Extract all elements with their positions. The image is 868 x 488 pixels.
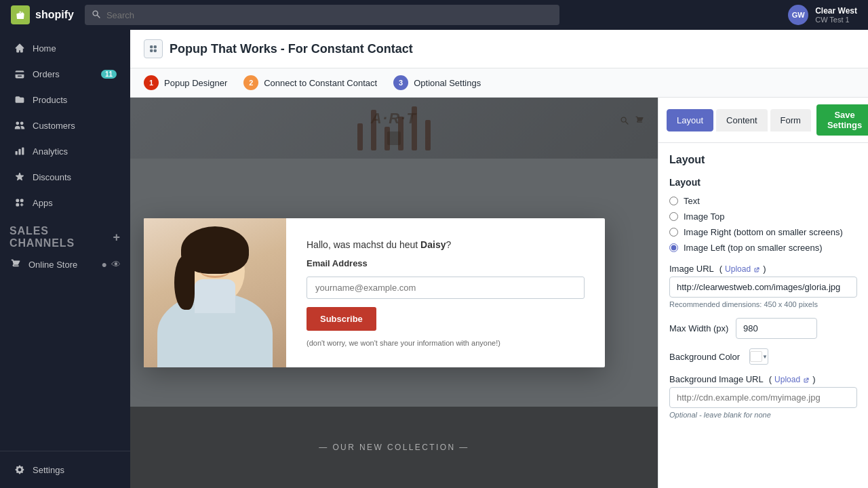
sidebar-label-home: Home	[33, 43, 56, 54]
shopify-logo[interactable]: shopify	[11, 5, 74, 24]
step-number-1: 1	[144, 75, 159, 90]
max-width-label: Max Width (px)	[669, 323, 730, 333]
step-tab-2[interactable]: 2 Connect to Constant Contact	[243, 75, 377, 90]
settings-body: Layout Layout Text Image Top	[658, 143, 868, 488]
sidebar-item-orders[interactable]: Orders 11	[4, 62, 126, 86]
page-header-icon	[144, 39, 163, 58]
background-color-swatch[interactable]: ▼	[749, 348, 768, 365]
layout-radio-image-left[interactable]	[669, 243, 678, 252]
step-number-3: 3	[393, 75, 408, 90]
app-layout: Home Orders 11 Products Customers Anal	[0, 30, 868, 488]
image-url-input[interactable]	[669, 277, 857, 298]
tab-content[interactable]: Content	[716, 109, 768, 131]
popup-subscribe-button[interactable]: Subscribe	[307, 307, 376, 331]
work-area: A·R·T	[130, 98, 868, 488]
page-title: Popup That Works - For Constant Contact	[170, 42, 413, 56]
user-store: CW Test 1	[815, 16, 857, 24]
add-channel-icon[interactable]: +	[113, 231, 121, 243]
background-image-upload-link[interactable]: Upload	[774, 375, 800, 384]
layout-option-image-right[interactable]: Image Right (bottom on smaller screens)	[669, 227, 857, 237]
max-width-row: Max Width (px)	[669, 318, 857, 339]
layout-option-text[interactable]: Text	[669, 196, 857, 206]
background-image-url-field-group: Background Image URL ( Upload ) Optional…	[669, 374, 857, 419]
products-icon	[14, 94, 26, 106]
background-image-url-input[interactable]	[669, 387, 857, 408]
orders-badge: 11	[101, 70, 117, 79]
sidebar-item-apps[interactable]: Apps	[4, 190, 126, 215]
settings-section-title: Layout	[669, 154, 857, 166]
tab-form[interactable]: Form	[770, 109, 811, 131]
sidebar-item-analytics[interactable]: Analytics	[4, 139, 126, 163]
sidebar-item-settings[interactable]: Settings	[4, 458, 126, 482]
step-label-3: Optional Settings	[414, 78, 481, 88]
popup-disclaimer: (don't worry, we won't share your inform…	[307, 339, 585, 347]
image-url-hint: Recommended dimensions: 450 x 400 pixels	[669, 300, 857, 308]
tab-layout[interactable]: Layout	[667, 109, 713, 131]
sidebar-item-customers[interactable]: Customers	[4, 113, 126, 138]
layout-radio-image-right[interactable]	[669, 228, 678, 237]
apps-icon	[14, 197, 26, 209]
sidebar: Home Orders 11 Products Customers Anal	[0, 30, 130, 488]
search-bar[interactable]	[85, 5, 559, 25]
search-input[interactable]	[106, 10, 553, 20]
main-content: Popup That Works - For Constant Contact …	[130, 30, 868, 488]
step-label-1: Popup Designer	[164, 78, 227, 88]
page-header: Popup That Works - For Constant Contact	[130, 30, 868, 68]
background-color-row: Background Color ▼	[669, 348, 857, 365]
popup-image	[144, 218, 286, 367]
popup-box: Hallo, was machst du heut Daisy? Email A…	[144, 218, 605, 367]
shopify-logo-text: shopify	[35, 9, 74, 21]
layout-option-image-top[interactable]: Image Top	[669, 211, 857, 222]
user-name: Clear West	[815, 6, 857, 16]
sidebar-item-online-store[interactable]: Online Store ● 👁	[0, 252, 130, 277]
save-settings-button[interactable]: Save Settings	[816, 104, 868, 136]
sidebar-label-apps: Apps	[33, 198, 53, 208]
settings-subsection-title: Layout	[669, 177, 857, 188]
popup-email-input[interactable]	[307, 277, 585, 299]
sidebar-label-discounts: Discounts	[33, 172, 71, 182]
max-width-input[interactable]	[736, 318, 817, 339]
image-url-field-group: Image URL ( Upload ) Recommended dimensi…	[669, 264, 857, 308]
color-dropdown-arrow: ▼	[762, 354, 768, 360]
layout-label-image-left: Image Left (top on smaller screens)	[684, 243, 822, 253]
online-store-eye-icon[interactable]: 👁	[111, 259, 121, 270]
step-number-2: 2	[243, 75, 258, 90]
step-tab-1[interactable]: 1 Popup Designer	[144, 75, 227, 90]
settings-icon	[14, 464, 26, 476]
layout-label-text: Text	[684, 196, 700, 206]
image-upload-link[interactable]: Upload	[725, 264, 751, 274]
sidebar-label-customers: Customers	[33, 121, 75, 131]
layout-radio-image-top[interactable]	[669, 212, 678, 221]
popup-content: Hallo, was machst du heut Daisy? Email A…	[286, 218, 605, 367]
layout-radio-group: Text Image Top Image Right (bottom on sm…	[669, 196, 857, 253]
sidebar-label-products: Products	[33, 95, 67, 105]
preview-frame: A·R·T	[130, 98, 658, 488]
online-store-dot-icon[interactable]: ●	[102, 259, 107, 270]
layout-label-image-right: Image Right (bottom on smaller screens)	[684, 227, 843, 237]
online-store-icon	[9, 258, 22, 270]
layout-label-image-top: Image Top	[684, 211, 724, 222]
layout-radio-text[interactable]	[669, 197, 678, 205]
panel-tab-row: Layout Content Form Save Settings	[658, 98, 868, 143]
sidebar-item-discounts[interactable]: Discounts	[4, 165, 126, 189]
app-body: 1 Popup Designer 2 Connect to Constant C…	[130, 68, 868, 488]
home-icon	[14, 42, 26, 54]
avatar: GW	[788, 5, 808, 25]
background-color-label: Background Color	[669, 352, 744, 362]
sidebar-label-analytics: Analytics	[33, 146, 68, 157]
collection-text: — OUR NEW COLLECTION —	[319, 443, 469, 452]
preview-bottom: — OUR NEW COLLECTION —	[130, 407, 658, 488]
sidebar-item-products[interactable]: Products	[4, 87, 126, 112]
discounts-icon	[14, 171, 26, 183]
analytics-icon	[14, 145, 26, 157]
search-icon	[92, 9, 101, 21]
sidebar-item-home[interactable]: Home	[4, 36, 126, 60]
background-image-url-label: Background Image URL ( Upload )	[669, 374, 857, 384]
layout-option-image-left[interactable]: Image Left (top on smaller screens)	[669, 243, 857, 253]
sidebar-label-orders: Orders	[33, 69, 60, 79]
orders-icon	[14, 68, 26, 80]
user-info: Clear West CW Test 1	[815, 6, 857, 24]
topbar: shopify GW Clear West CW Test 1	[0, 0, 868, 30]
online-store-label: Online Store	[28, 260, 77, 270]
step-tab-3[interactable]: 3 Optional Settings	[393, 75, 481, 90]
